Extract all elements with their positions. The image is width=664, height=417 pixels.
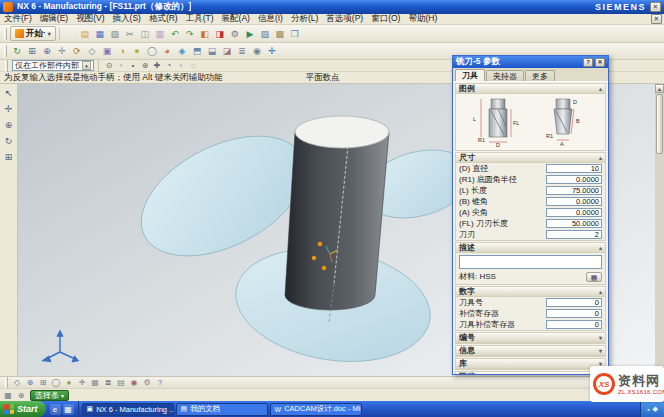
menu-information[interactable]: 信息(I) xyxy=(254,13,287,25)
preferences-icon[interactable]: ⚙ xyxy=(141,377,153,388)
fit-icon[interactable]: ⊞ xyxy=(37,377,49,388)
copy-icon[interactable]: ◫ xyxy=(138,27,152,41)
point-marker[interactable] xyxy=(318,242,322,246)
vertical-scrollbar[interactable]: ▲ ▼ xyxy=(655,84,664,376)
paste-icon[interactable]: ▥ xyxy=(153,27,167,41)
toolbar-grip[interactable] xyxy=(5,60,8,72)
diameter-field[interactable]: 10 xyxy=(546,164,602,173)
menu-view[interactable]: 视图(V) xyxy=(72,13,108,25)
chevron-down-icon[interactable]: ▾ xyxy=(82,61,91,70)
info-window-icon[interactable]: ▤ xyxy=(115,377,127,388)
menu-window[interactable]: 窗口(O) xyxy=(367,13,404,25)
postprocess-icon[interactable]: ▨ xyxy=(258,27,272,41)
zoom-in-out-icon[interactable]: ⊕ xyxy=(24,377,36,388)
open-icon[interactable]: ▤ xyxy=(78,27,92,41)
pointer-icon[interactable]: ↖ xyxy=(2,86,16,100)
face-analysis-icon[interactable]: ◈ xyxy=(175,44,189,58)
point-marker[interactable] xyxy=(312,256,316,260)
lower-radius-field[interactable]: 0.0000 xyxy=(546,175,602,184)
studio-render-icon[interactable]: ◕ xyxy=(160,44,174,58)
new-icon[interactable]: ▢ xyxy=(63,27,77,41)
snapshot-icon[interactable]: ▣ xyxy=(100,44,114,58)
orient-view-icon[interactable]: ◇ xyxy=(11,377,23,388)
information-group-header[interactable]: 信息 ▾ xyxy=(456,346,605,356)
help-bottom-icon[interactable]: ? xyxy=(154,377,166,388)
save-icon[interactable]: ▦ xyxy=(93,27,107,41)
description-textarea[interactable] xyxy=(459,255,602,269)
dialog-help-button[interactable]: ? xyxy=(583,58,593,67)
scroll-up-icon[interactable]: ▲ xyxy=(655,84,664,93)
generate-toolpath-icon[interactable]: ⚙ xyxy=(228,27,242,41)
point-marker[interactable] xyxy=(322,266,326,270)
taskbar-app-word[interactable]: W CADCAM设计.doc - Mi... xyxy=(270,403,362,416)
adjust-register-field[interactable]: 0 xyxy=(546,309,602,318)
center-point-icon[interactable]: ⊕ xyxy=(139,60,151,72)
snap-point-icon[interactable]: ⊙ xyxy=(103,60,115,72)
desktop-quicklaunch-icon[interactable]: ▦ xyxy=(63,404,74,415)
menu-assemblies[interactable]: 装配(A) xyxy=(218,13,254,25)
cylinder-body[interactable] xyxy=(285,132,389,310)
selection-scope-dropdown[interactable]: 仅在工作部件内部 ▾ xyxy=(12,60,94,71)
create-operation-icon[interactable]: ◨ xyxy=(213,27,227,41)
description-group-header[interactable]: 描述 ▴ xyxy=(456,243,605,253)
pan-icon[interactable]: ✛ xyxy=(55,44,69,58)
snap-icon[interactable]: ✛ xyxy=(76,377,88,388)
length-field[interactable]: 75.0000 xyxy=(546,186,602,195)
start-button[interactable]: Start xyxy=(0,401,46,417)
library-group-header[interactable]: 库 ▾ xyxy=(456,359,605,369)
menu-tools[interactable]: 工具(T) xyxy=(182,13,218,25)
menu-file[interactable]: 文件(F) xyxy=(0,13,36,25)
zoom-window-icon[interactable]: ⊕ xyxy=(2,118,16,132)
scrollbar-thumb[interactable] xyxy=(656,94,663,154)
taper-angle-field[interactable]: 0.0000 xyxy=(546,197,602,206)
tab-more[interactable]: 更多 xyxy=(525,70,555,81)
wcs-dynamics-icon[interactable]: ✛ xyxy=(265,44,279,58)
rotate-icon[interactable]: ↻ xyxy=(2,134,16,148)
legend-group-header[interactable]: 图例 ▴ xyxy=(456,84,605,94)
create-geometry-icon[interactable]: ◧ xyxy=(198,27,212,41)
tray-icon-network[interactable]: ▪ xyxy=(647,406,649,413)
undo-icon[interactable]: ↶ xyxy=(168,27,182,41)
dialog-close-button[interactable]: ✕ xyxy=(595,58,605,67)
layers-icon[interactable]: ≣ xyxy=(102,377,114,388)
redo-icon[interactable]: ↷ xyxy=(183,27,197,41)
numbers-group-header[interactable]: 数字 ▴ xyxy=(456,287,605,297)
dimensions-group-header[interactable]: 尺寸 ▴ xyxy=(456,153,605,163)
toolbar-grip[interactable] xyxy=(4,45,7,57)
cut-icon[interactable]: ✂ xyxy=(123,27,137,41)
milling-tool-parameters-dialog[interactable]: 铣刀-5 参数 ? ✕ 刀具 夹持器 更多 图例 ▴ xyxy=(452,55,609,375)
preview-group-header[interactable]: 预览 ▴ xyxy=(456,372,605,374)
tool-number-field[interactable]: 0 xyxy=(546,298,602,307)
fit-view-icon[interactable]: ⊞ xyxy=(25,44,39,58)
point-on-curve-icon[interactable]: ◌ xyxy=(187,60,199,72)
trimetric-view-icon[interactable]: ⬒ xyxy=(190,44,204,58)
refresh-icon[interactable]: ↻ xyxy=(10,44,24,58)
zoom-icon[interactable]: ⊕ xyxy=(40,44,54,58)
fit-small-icon[interactable]: ⊞ xyxy=(2,150,16,164)
menu-edit[interactable]: 编辑(E) xyxy=(36,13,72,25)
existing-point-icon[interactable]: ▫ xyxy=(175,60,187,72)
front-view-icon[interactable]: ⬓ xyxy=(205,44,219,58)
menu-help[interactable]: 帮助(H) xyxy=(404,13,441,25)
toolbar-grip[interactable] xyxy=(5,377,8,389)
status-target-icon[interactable]: ⊕ xyxy=(15,390,27,401)
wireframe-display-icon[interactable]: ◯ xyxy=(50,377,62,388)
quadrant-point-icon[interactable]: ◔ xyxy=(163,60,175,72)
child-window-close-button[interactable]: ✕ xyxy=(651,14,662,24)
numbering-group-header[interactable]: 编号 ▾ xyxy=(456,333,605,343)
perspective-icon[interactable]: ◇ xyxy=(85,44,99,58)
cutcom-register-field[interactable]: 0 xyxy=(546,320,602,329)
flute-length-field[interactable]: 50.0000 xyxy=(546,219,602,228)
endpoint-icon[interactable]: ◦ xyxy=(115,60,127,72)
menu-analysis[interactable]: 分析(L) xyxy=(287,13,322,25)
wcs-triad[interactable] xyxy=(43,331,78,362)
flutes-field[interactable]: 2 xyxy=(546,230,602,239)
shop-doc-icon[interactable]: ▩ xyxy=(273,27,287,41)
pan-hand-icon[interactable]: ✛ xyxy=(2,102,16,116)
menu-insert[interactable]: 插入(S) xyxy=(109,13,145,25)
section-view-icon[interactable]: ◪ xyxy=(220,44,234,58)
menu-preferences[interactable]: 首选项(P) xyxy=(322,13,367,25)
shaded-display-icon[interactable]: ● xyxy=(63,377,75,388)
layer-settings-icon[interactable]: ≣ xyxy=(235,44,249,58)
wireframe-icon[interactable]: ◯ xyxy=(145,44,159,58)
